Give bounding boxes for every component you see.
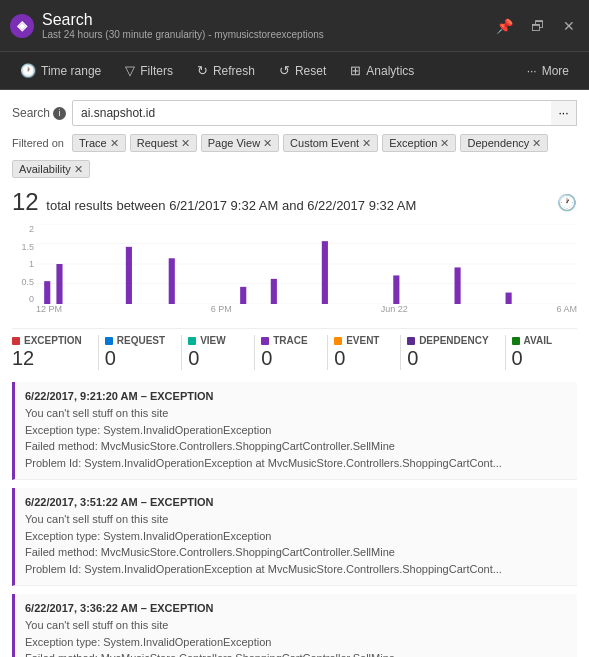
search-input-wrap: ··· xyxy=(72,100,577,126)
remove-trace-tag[interactable]: ✕ xyxy=(110,138,119,149)
x-tick-6pm: 6 PM xyxy=(211,304,232,314)
remove-availability-tag[interactable]: ✕ xyxy=(74,164,83,175)
event-dot xyxy=(334,337,342,345)
legend-view[interactable]: VIEW 0 xyxy=(188,335,248,370)
remove-dependency-tag[interactable]: ✕ xyxy=(532,138,541,149)
tag-availability: Availability ✕ xyxy=(12,160,90,178)
view-label: VIEW xyxy=(200,335,226,346)
more-dots: ··· xyxy=(527,64,537,78)
remove-customevent-tag[interactable]: ✕ xyxy=(362,138,371,149)
app-title: Search xyxy=(42,11,324,29)
pin-button[interactable]: 📌 xyxy=(492,16,517,36)
refresh-button[interactable]: ↻ Refresh xyxy=(187,58,265,83)
exception-dot xyxy=(12,337,20,345)
tag-dependency: Dependency ✕ xyxy=(460,134,548,152)
result-header-1: 6/22/2017, 9:21:20 AM – EXCEPTION xyxy=(25,390,567,402)
result-line-2-1: You can't sell stuff on this site xyxy=(25,511,567,528)
search-label: Search i xyxy=(12,106,66,120)
filter-label: Filtered on xyxy=(12,137,64,149)
svg-rect-5 xyxy=(44,281,50,304)
avail-count: 0 xyxy=(512,346,523,370)
time-range-button[interactable]: 🕐 Time range xyxy=(10,58,111,83)
result-line-2-3: Failed method: MvcMusicStore.Controllers… xyxy=(25,544,567,561)
window-controls: 📌 🗗 ✕ xyxy=(492,16,579,36)
dependency-count: 0 xyxy=(407,346,418,370)
close-button[interactable]: ✕ xyxy=(559,16,579,36)
maximize-button[interactable]: 🗗 xyxy=(527,16,549,36)
avail-dot xyxy=(512,337,520,345)
sep1 xyxy=(98,335,99,370)
analytics-label: Analytics xyxy=(366,64,414,78)
search-input[interactable] xyxy=(72,100,577,126)
more-menu: ··· More xyxy=(517,59,579,83)
tag-customevent: Custom Event ✕ xyxy=(283,134,378,152)
avail-label: AVAIL xyxy=(524,335,553,346)
x-tick-jun22: Jun 22 xyxy=(381,304,408,314)
legend-event[interactable]: EVENT 0 xyxy=(334,335,394,370)
legend-trace[interactable]: TRACE 0 xyxy=(261,335,321,370)
filters-label: Filters xyxy=(140,64,173,78)
results-text: total results between 6/21/2017 9:32 AM … xyxy=(46,198,416,213)
legend-row: EXCEPTION 12 REQUEST 0 VIEW 0 TRACE xyxy=(12,328,577,370)
legend-avail[interactable]: AVAIL 0 xyxy=(512,335,572,370)
request-count: 0 xyxy=(105,346,116,370)
time-range-label: Time range xyxy=(41,64,101,78)
result-item-3[interactable]: 6/22/2017, 3:36:22 AM – EXCEPTION You ca… xyxy=(12,594,577,657)
svg-rect-6 xyxy=(56,264,62,304)
chart-inner xyxy=(36,224,577,304)
analytics-icon: ⊞ xyxy=(350,63,361,78)
analytics-button[interactable]: ⊞ Analytics xyxy=(340,58,424,83)
remove-request-tag[interactable]: ✕ xyxy=(181,138,190,149)
app-icon: ◈ xyxy=(10,14,34,38)
trace-dot xyxy=(261,337,269,345)
result-line-2-4: Problem Id: System.InvalidOperationExcep… xyxy=(25,561,567,578)
filter-icon: ▽ xyxy=(125,63,135,78)
result-item-2[interactable]: 6/22/2017, 3:51:22 AM – EXCEPTION You ca… xyxy=(12,488,577,586)
title-bar: ◈ Search Last 24 hours (30 minute granul… xyxy=(0,0,589,52)
clock-icon: 🕐 xyxy=(20,63,36,78)
x-tick-12pm: 12 PM xyxy=(36,304,62,314)
more-button[interactable]: ··· More xyxy=(517,59,579,83)
svg-rect-13 xyxy=(455,267,461,304)
exception-count: 12 xyxy=(12,346,34,370)
search-options-button[interactable]: ··· xyxy=(551,100,577,126)
refresh-icon: ↻ xyxy=(197,63,208,78)
filters-button[interactable]: ▽ Filters xyxy=(115,58,183,83)
tag-trace: Trace ✕ xyxy=(72,134,126,152)
legend-request[interactable]: REQUEST 0 xyxy=(105,335,175,370)
results-summary: 12 total results between 6/21/2017 9:32 … xyxy=(12,188,577,216)
toolbar: 🕐 Time range ▽ Filters ↻ Refresh ↺ Reset… xyxy=(0,52,589,90)
results-count: 12 total results between 6/21/2017 9:32 … xyxy=(12,188,416,216)
y-axis: 2 1.5 1 0.5 0 xyxy=(12,224,36,304)
sep6 xyxy=(505,335,506,370)
main-content: Search i ··· Filtered on Trace ✕ Request… xyxy=(0,90,589,657)
result-line-1-4: Problem Id: System.InvalidOperationExcep… xyxy=(25,455,567,472)
history-icon[interactable]: 🕐 xyxy=(557,193,577,212)
title-left: ◈ Search Last 24 hours (30 minute granul… xyxy=(10,11,324,40)
result-line-1-1: You can't sell stuff on this site xyxy=(25,405,567,422)
legend-dependency[interactable]: DEPENDENCY 0 xyxy=(407,335,498,370)
search-info-icon: i xyxy=(53,107,66,120)
svg-rect-10 xyxy=(271,279,277,304)
result-line-1-3: Failed method: MvcMusicStore.Controllers… xyxy=(25,438,567,455)
tag-pageview: Page View ✕ xyxy=(201,134,279,152)
result-header-2: 6/22/2017, 3:51:22 AM – EXCEPTION xyxy=(25,496,567,508)
reset-button[interactable]: ↺ Reset xyxy=(269,58,336,83)
dependency-label: DEPENDENCY xyxy=(419,335,488,346)
exception-label: EXCEPTION xyxy=(24,335,82,346)
chart-svg xyxy=(36,224,577,304)
remove-pageview-tag[interactable]: ✕ xyxy=(263,138,272,149)
results-number: 12 xyxy=(12,188,39,215)
svg-rect-11 xyxy=(322,241,328,304)
svg-rect-14 xyxy=(506,293,512,304)
result-line-2-2: Exception type: System.InvalidOperationE… xyxy=(25,528,567,545)
result-item-1[interactable]: 6/22/2017, 9:21:20 AM – EXCEPTION You ca… xyxy=(12,382,577,480)
result-line-1-2: Exception type: System.InvalidOperationE… xyxy=(25,422,567,439)
dependency-dot xyxy=(407,337,415,345)
filter-row: Filtered on Trace ✕ Request ✕ Page View … xyxy=(12,134,577,178)
remove-exception-tag[interactable]: ✕ xyxy=(440,138,449,149)
event-label: EVENT xyxy=(346,335,379,346)
legend-exception[interactable]: EXCEPTION 12 xyxy=(12,335,92,370)
sep3 xyxy=(254,335,255,370)
x-axis: 12 PM 6 PM Jun 22 6 AM xyxy=(36,304,577,324)
